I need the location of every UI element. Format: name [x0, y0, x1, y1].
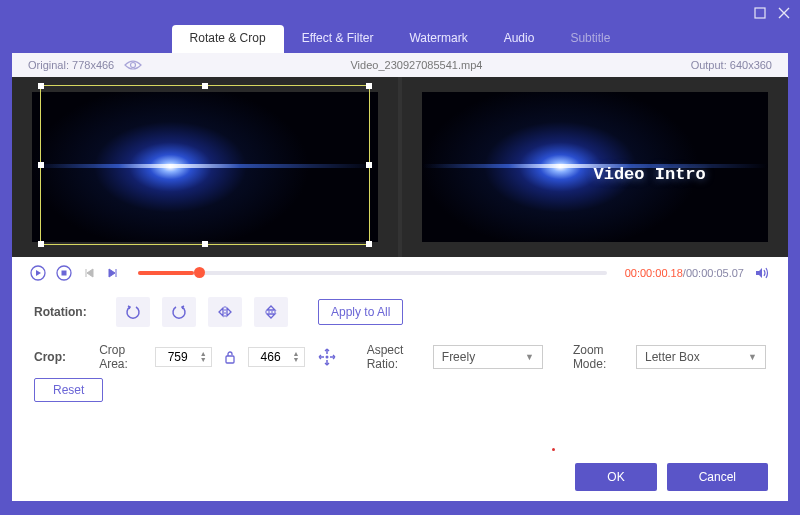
chevron-down-icon: ▼	[525, 352, 534, 362]
playback-controls: 00:00:00.18/00:00:05.07	[12, 257, 788, 289]
svg-point-6	[325, 356, 328, 359]
rotate-cw-icon[interactable]	[162, 297, 196, 327]
svg-point-1	[131, 63, 136, 68]
tab-bar: Rotate & Crop Effect & Filter Watermark …	[0, 25, 800, 53]
rotate-ccw-icon[interactable]	[116, 297, 150, 327]
lock-aspect-icon[interactable]	[224, 350, 236, 364]
crop-height-field[interactable]: ▲▼	[248, 347, 305, 367]
tab-watermark[interactable]: Watermark	[391, 25, 485, 53]
output-dimensions: 640x360	[730, 59, 772, 71]
crop-width-field[interactable]: ▲▼	[155, 347, 212, 367]
apply-to-all-button[interactable]: Apply to All	[318, 299, 403, 325]
filename-label: Video_230927085541.mp4	[142, 59, 690, 71]
window-titlebar	[0, 0, 800, 25]
output-label: Output:	[691, 59, 727, 71]
aspect-ratio-select[interactable]: Freely▼	[433, 345, 543, 369]
tab-subtitle: Subtitle	[552, 25, 628, 53]
flip-vertical-icon[interactable]	[254, 297, 288, 327]
crop-height-input[interactable]	[253, 350, 289, 364]
rotation-label: Rotation:	[34, 305, 104, 319]
close-icon[interactable]	[778, 7, 790, 19]
chevron-down-icon: ▼	[748, 352, 757, 362]
maximize-icon[interactable]	[754, 7, 766, 19]
svg-rect-0	[755, 8, 765, 18]
crop-handle-r[interactable]	[366, 162, 372, 168]
recording-indicator-icon	[552, 448, 555, 451]
reset-button[interactable]: Reset	[34, 378, 103, 402]
tab-effect-filter[interactable]: Effect & Filter	[284, 25, 392, 53]
crop-height-spinner[interactable]: ▲▼	[293, 351, 300, 363]
svg-rect-4	[62, 271, 67, 276]
play-icon[interactable]	[30, 265, 46, 281]
original-label: Original:	[28, 59, 69, 71]
aspect-ratio-label: Aspect Ratio:	[367, 343, 421, 371]
volume-icon[interactable]	[754, 265, 770, 281]
seek-bar[interactable]	[138, 271, 607, 275]
crop-width-input[interactable]	[160, 350, 196, 364]
ok-button[interactable]: OK	[575, 463, 656, 491]
preview-info-bar: Original: 778x466 Video_230927085541.mp4…	[12, 53, 788, 77]
center-crop-icon[interactable]	[317, 344, 337, 370]
crop-handle-tl[interactable]	[38, 83, 44, 89]
tab-rotate-crop[interactable]: Rotate & Crop	[172, 25, 284, 53]
preview-original[interactable]	[12, 77, 398, 257]
editor-panel: Original: 778x466 Video_230927085541.mp4…	[12, 53, 788, 501]
crop-handle-b[interactable]	[202, 241, 208, 247]
svg-rect-5	[226, 356, 234, 363]
eye-icon[interactable]	[124, 59, 142, 71]
crop-row: Crop: Crop Area: ▲▼ ▲▼ Aspect Ratio: Fre…	[12, 335, 788, 379]
original-dimensions: 778x466	[72, 59, 114, 71]
preview-output: Video Intro	[402, 77, 788, 257]
crop-handle-t[interactable]	[202, 83, 208, 89]
crop-handle-l[interactable]	[38, 162, 44, 168]
dialog-footer: OK Cancel	[575, 463, 768, 491]
prev-frame-icon[interactable]	[82, 266, 96, 280]
crop-label: Crop:	[34, 350, 87, 364]
rotation-row: Rotation: Apply to All	[12, 289, 788, 335]
seek-handle[interactable]	[194, 267, 205, 278]
crop-handle-tr[interactable]	[366, 83, 372, 89]
crop-area-label: Crop Area:	[99, 343, 143, 371]
stop-icon[interactable]	[56, 265, 72, 281]
video-intro-text: Video Intro	[594, 165, 706, 184]
time-display: 00:00:00.18/00:00:05.07	[625, 267, 744, 279]
zoom-mode-label: Zoom Mode:	[573, 343, 624, 371]
tab-audio[interactable]: Audio	[486, 25, 553, 53]
cancel-button[interactable]: Cancel	[667, 463, 768, 491]
flip-horizontal-icon[interactable]	[208, 297, 242, 327]
crop-width-spinner[interactable]: ▲▼	[200, 351, 207, 363]
preview-panes: Video Intro	[12, 77, 788, 257]
crop-selection[interactable]	[40, 85, 370, 245]
crop-handle-br[interactable]	[366, 241, 372, 247]
next-frame-icon[interactable]	[106, 266, 120, 280]
crop-handle-bl[interactable]	[38, 241, 44, 247]
zoom-mode-select[interactable]: Letter Box▼	[636, 345, 766, 369]
